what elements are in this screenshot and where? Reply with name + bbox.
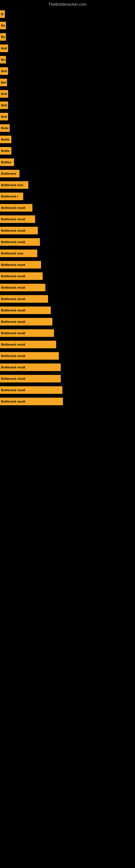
bar-label: Bottleneck: [1, 172, 16, 175]
result-bar: Bottleneck r: [0, 193, 23, 200]
bar-label: Bottleneck result: [1, 297, 25, 301]
bar-label: Bottleneck result: [1, 343, 25, 346]
result-bar: Bottleneck result: [0, 398, 63, 405]
bar-label: Bottle: [1, 138, 9, 141]
result-bar: Botte: [0, 124, 10, 132]
bar-label: Bottleneck result: [1, 240, 25, 244]
result-bar: Bot: [0, 79, 7, 86]
result-bar: Bottleneck result: [0, 204, 32, 212]
result-bar: Bottleneck result: [0, 295, 48, 303]
bar-label: Bottleneck resu: [1, 183, 24, 187]
bar-row: Bo: [0, 21, 135, 30]
result-bar: Bott: [0, 44, 8, 52]
bar-row: Bottleneck result: [0, 374, 135, 383]
result-bar: Bottleneck result: [0, 215, 35, 223]
bar-label: Bottleneck result: [1, 400, 25, 403]
result-bar: Bottleneck result: [0, 261, 41, 269]
bar-label: Bottle: [1, 149, 9, 152]
bar-label: Bottleneck result: [1, 229, 25, 232]
bar-row: Bottleneck result: [0, 397, 135, 406]
bar-row: Bott: [0, 112, 135, 122]
bar-row: Bott: [0, 89, 135, 99]
bar-row: Bottle: [0, 134, 135, 144]
result-bar: Bottleneck result: [0, 352, 59, 360]
result-bar: Bottleneck result: [0, 284, 45, 291]
result-bar: Bottleneck: [0, 170, 19, 177]
bar-row: Bottleneck result: [0, 305, 135, 315]
result-bar: Bottle: [0, 135, 11, 143]
bar-row: Bottleneck result: [0, 328, 135, 338]
bar-label: Bottleneck result: [1, 218, 25, 221]
bar-label: Bo: [1, 58, 5, 61]
bar-row: Bottleneck result: [0, 317, 135, 327]
bar-row: Bot: [0, 78, 135, 87]
result-bar: Bo: [0, 22, 6, 29]
bar-row: Bottleneck result: [0, 226, 135, 236]
bar-label: B: [1, 12, 3, 16]
bar-label: Bott: [1, 115, 7, 118]
result-bar: Bottleneck result: [0, 329, 54, 337]
bar-label: Bottleneck result: [1, 206, 25, 209]
bar-row: Bottleneck result: [0, 203, 135, 213]
bar-row: Bo: [0, 32, 135, 42]
result-bar: Bottleneck result: [0, 227, 38, 235]
bar-label: Bott: [1, 92, 7, 95]
result-bar: B: [0, 10, 5, 18]
bar-row: Bottleneck result: [0, 214, 135, 224]
bar-label: Bo: [1, 35, 5, 38]
bar-row: Bottle: [0, 146, 135, 156]
bar-row: Bottleneck r: [0, 191, 135, 201]
bar-row: Bottleneck resu: [0, 248, 135, 258]
bar-label: Bot: [1, 81, 6, 84]
result-bar: Bo: [0, 33, 6, 41]
result-bar: Bottleneck result: [0, 341, 56, 348]
result-bar: Bottleneck result: [0, 272, 43, 280]
result-bar: Bottleneck result: [0, 307, 51, 314]
bar-row: Bottleneck result: [0, 271, 135, 281]
bar-row: Bott: [0, 66, 135, 76]
bar-row: Bottleneck result: [0, 260, 135, 270]
result-bar: Bottleneck result: [0, 375, 61, 382]
site-title: TheBottlenecker.com: [0, 0, 135, 8]
bar-row: Bottleneck resu: [0, 180, 135, 190]
bar-label: Bottlen: [1, 161, 11, 164]
bar-row: Botte: [0, 123, 135, 133]
result-bar: Bottleneck resu: [0, 250, 37, 257]
result-bar: Bottleneck result: [0, 364, 61, 371]
bar-label: Bo: [1, 24, 5, 27]
bar-row: Bottleneck result: [0, 294, 135, 304]
bar-label: Bottleneck result: [1, 286, 25, 289]
result-bar: Bott: [0, 90, 8, 98]
bar-row: Bottleneck result: [0, 283, 135, 292]
result-bar: Bott: [0, 67, 8, 75]
result-bar: Bottle: [0, 147, 11, 155]
bar-row: B: [0, 9, 135, 19]
result-bar: Bottleneck result: [0, 386, 62, 394]
bar-label: Bottleneck result: [1, 263, 25, 267]
bar-label: Botte: [1, 126, 9, 130]
result-bar: Bott: [0, 101, 8, 109]
bar-label: Bott: [1, 104, 7, 107]
result-bar: Bottleneck resu: [0, 181, 28, 189]
bar-row: Bottlen: [0, 157, 135, 167]
bar-label: Bottleneck result: [1, 320, 25, 323]
bar-label: Bottleneck result: [1, 332, 25, 335]
bar-row: Bott: [0, 100, 135, 110]
bar-row: Bottleneck result: [0, 351, 135, 361]
result-bar: Bottleneck result: [0, 238, 40, 246]
bar-label: Bottleneck result: [1, 389, 25, 392]
bar-label: Bottleneck result: [1, 377, 25, 380]
bar-label: Bottleneck result: [1, 366, 25, 369]
bar-label: Bottleneck resu: [1, 252, 24, 255]
result-bar: Bott: [0, 113, 8, 120]
bar-label: Bottleneck result: [1, 275, 25, 278]
result-bar: Bo: [0, 56, 6, 63]
bar-label: Bott: [1, 69, 7, 73]
bar-label: Bottleneck result: [1, 354, 25, 358]
bar-row: Bottleneck result: [0, 340, 135, 349]
bar-label: Bott: [1, 46, 7, 50]
result-bar: Bottleneck result: [0, 318, 52, 326]
bar-label: Bottleneck r: [1, 195, 18, 198]
bar-row: Bott: [0, 43, 135, 53]
bar-row: Bottleneck result: [0, 385, 135, 395]
